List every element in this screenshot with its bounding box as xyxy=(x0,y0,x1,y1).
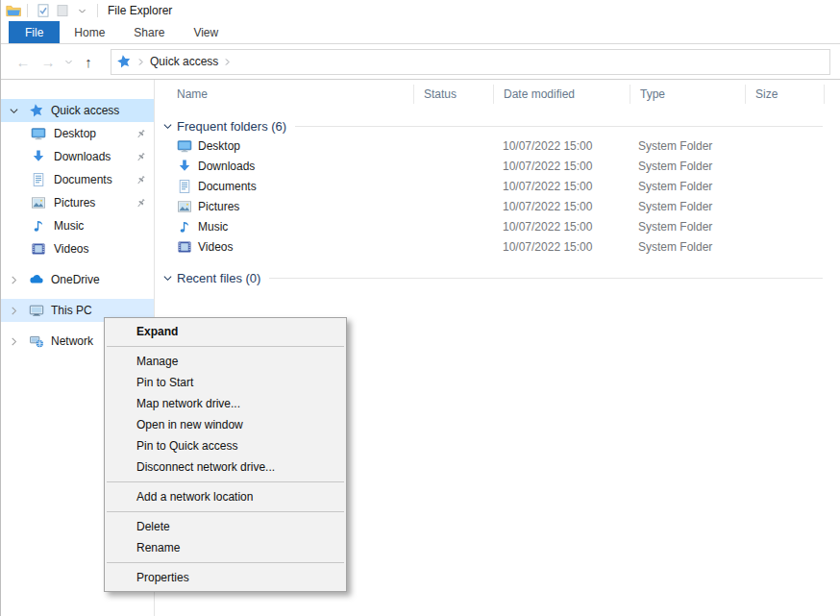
context-menu-item[interactable]: Map network drive... xyxy=(105,393,346,414)
breadcrumb-location[interactable]: Quick access xyxy=(150,55,218,68)
pin-icon xyxy=(135,220,147,233)
title-bar: File Explorer xyxy=(1,0,840,21)
context-menu-item[interactable]: Open in new window xyxy=(105,414,346,435)
recent-locations-button[interactable] xyxy=(61,57,76,67)
group-header-rule xyxy=(269,278,823,279)
back-button[interactable]: ← xyxy=(11,55,36,69)
file-row[interactable]: Music 10/07/2022 15:00 System Folder xyxy=(155,216,840,236)
expander-chevron-icon[interactable] xyxy=(8,274,20,286)
context-menu-item[interactable]: Rename xyxy=(105,537,346,558)
context-menu-item[interactable]: Expand xyxy=(105,321,346,342)
qat-properties-button[interactable] xyxy=(34,1,53,20)
column-header[interactable]: Status xyxy=(414,85,494,104)
chevron-down-icon[interactable] xyxy=(161,120,174,133)
file-date-modified: 10/07/2022 15:00 xyxy=(494,160,630,173)
column-header[interactable]: Type xyxy=(630,85,746,104)
column-header-label: Name xyxy=(177,87,208,101)
context-menu-item[interactable]: Disconnect network drive... xyxy=(105,456,346,478)
ribbon-tab[interactable]: File xyxy=(9,21,60,43)
folder-icon xyxy=(177,239,192,255)
expander-chevron-icon[interactable] xyxy=(8,105,20,117)
ribbon-tab[interactable]: Home xyxy=(60,21,119,43)
ribbon-tab-label: File xyxy=(25,26,43,39)
context-menu-item[interactable]: Manage xyxy=(105,351,346,372)
expander-chevron-icon[interactable] xyxy=(8,174,20,186)
ribbon-tab-bar: File Home Share View xyxy=(1,21,840,44)
qat-new-folder-button[interactable] xyxy=(53,1,72,20)
file-date-modified: 10/07/2022 15:00 xyxy=(494,220,630,234)
file-name: Documents xyxy=(198,180,257,193)
sidebar-item[interactable]: Quick access xyxy=(1,99,154,122)
sidebar-item[interactable]: Desktop xyxy=(1,122,154,145)
file-name-cell: Pictures xyxy=(155,199,414,214)
file-name-cell: Music xyxy=(155,219,414,234)
context-menu-item[interactable]: Delete xyxy=(105,516,346,537)
chevron-down-icon[interactable] xyxy=(161,272,174,284)
file-name: Downloads xyxy=(198,160,255,173)
context-menu-item[interactable]: Pin to Quick access xyxy=(105,435,346,456)
file-row[interactable]: Desktop 10/07/2022 15:00 System Folder xyxy=(155,136,840,156)
ribbon-tab[interactable]: Share xyxy=(119,21,179,43)
column-header-label: Date modified xyxy=(504,87,575,101)
file-row[interactable]: Videos 10/07/2022 15:00 System Folder xyxy=(155,236,840,257)
file-name-cell: Documents xyxy=(155,179,414,194)
column-header-label: Status xyxy=(424,87,457,101)
sidebar-item[interactable]: Pictures xyxy=(1,191,154,214)
file-date-modified: 10/07/2022 15:00 xyxy=(494,139,630,153)
file-row[interactable]: Documents 10/07/2022 15:00 System Folder xyxy=(155,176,840,196)
column-header-label: Size xyxy=(755,87,778,101)
expander-chevron-icon[interactable] xyxy=(8,197,20,209)
group-header-frequent-folders[interactable]: Frequent folders (6) xyxy=(161,116,823,136)
qat-customize-button[interactable] xyxy=(72,1,91,20)
context-menu-item[interactable]: Pin to Start xyxy=(105,372,346,393)
expander-chevron-icon[interactable] xyxy=(8,305,20,317)
pin-icon xyxy=(135,243,147,256)
expander-chevron-icon[interactable] xyxy=(8,220,20,233)
frequent-folders-list: Desktop 10/07/2022 15:00 System Folder D… xyxy=(155,136,840,257)
context-menu-item[interactable]: Add a network location xyxy=(105,486,346,507)
ribbon-tab-label: Home xyxy=(74,26,105,39)
sidebar-item[interactable]: Downloads xyxy=(1,145,154,168)
expander-chevron-icon[interactable] xyxy=(8,128,20,140)
sidebar-item-label: Pictures xyxy=(54,196,95,209)
expander-chevron-icon[interactable] xyxy=(8,151,20,163)
sidebar-item-icon xyxy=(31,218,46,234)
expander-chevron-icon[interactable] xyxy=(8,243,20,256)
file-row[interactable]: Pictures 10/07/2022 15:00 System Folder xyxy=(155,196,840,216)
chevron-right-icon[interactable] xyxy=(222,57,233,67)
context-menu-item-label: Rename xyxy=(136,541,180,554)
group-header-recent-files[interactable]: Recent files (0) xyxy=(161,268,823,287)
column-header[interactable]: Name xyxy=(155,85,414,104)
titlebar-divider xyxy=(27,4,28,17)
sidebar-item[interactable]: OneDrive xyxy=(1,268,154,291)
forward-button[interactable]: → xyxy=(36,55,61,69)
sidebar-item[interactable]: Music xyxy=(1,214,154,237)
chevron-down-icon xyxy=(63,57,74,67)
group-header-rule xyxy=(295,126,823,127)
pin-icon xyxy=(135,274,147,286)
folder-icon xyxy=(177,159,192,174)
address-bar[interactable]: Quick access xyxy=(111,49,830,75)
file-name-cell: Downloads xyxy=(155,159,414,174)
file-row[interactable]: Downloads 10/07/2022 15:00 System Folder xyxy=(155,156,840,176)
folder-icon xyxy=(177,199,192,214)
file-type: System Folder xyxy=(630,180,746,193)
up-button[interactable]: ↑ xyxy=(76,55,101,69)
context-menu-item[interactable]: Properties xyxy=(105,567,346,588)
sidebar-item-label: Videos xyxy=(54,242,88,256)
sidebar-item[interactable]: Videos xyxy=(1,237,154,260)
context-menu-item-label: Open in new window xyxy=(136,418,243,431)
column-header[interactable]: Date modified xyxy=(494,85,630,104)
sidebar-item-label: Quick access xyxy=(51,104,119,117)
file-type: System Folder xyxy=(630,139,746,153)
context-menu-item-label: Disconnect network drive... xyxy=(136,460,275,474)
sidebar-item[interactable]: Documents xyxy=(1,168,154,191)
chevron-right-icon[interactable] xyxy=(136,57,146,67)
explorer-logo-icon[interactable] xyxy=(6,3,21,18)
ribbon-tab[interactable]: View xyxy=(179,21,233,43)
sidebar-item-icon xyxy=(31,126,46,141)
column-header[interactable]: Size xyxy=(746,85,825,104)
sidebar-item-icon xyxy=(29,272,44,287)
expander-chevron-icon[interactable] xyxy=(8,335,20,348)
file-name-cell: Desktop xyxy=(155,138,414,154)
